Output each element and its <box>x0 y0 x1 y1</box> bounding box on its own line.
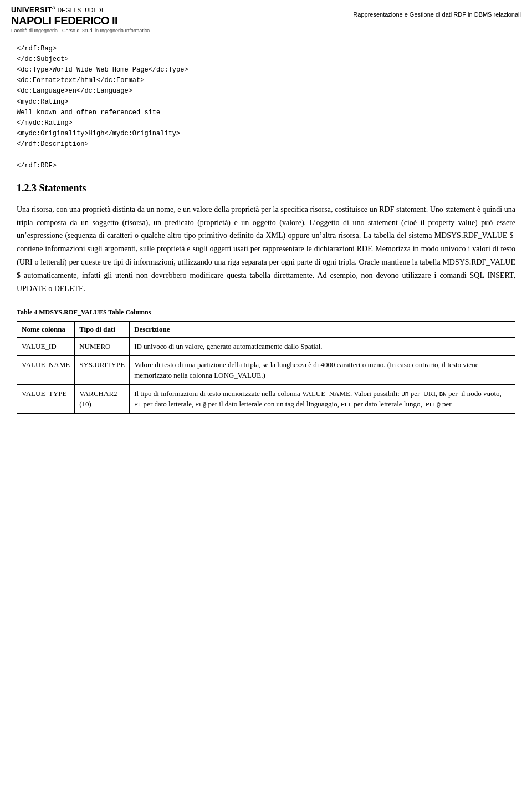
code-line: Well known and often referenced site <box>17 108 515 118</box>
code-line: </rdf:Bag> <box>17 44 515 54</box>
section-number: 1.2.3 <box>17 182 37 194</box>
cell-value-id-type: NUMERO <box>75 338 130 356</box>
table-caption: Table 4 MDSYS.RDF_VALUE$ Table Columns <box>17 308 515 317</box>
cell-value-id-name: VALUE_ID <box>17 338 75 356</box>
code-block: </rdf:Bag> </dc:Subject> <dc:Type>World … <box>17 44 515 171</box>
body-paragraph: Una risorsa, con una proprietà distinta … <box>17 203 515 296</box>
faculty-name: Facoltà di Ingegneria - Corso di Studi i… <box>11 28 150 33</box>
cell-value-id-desc: ID univoco di un valore, generato automa… <box>130 338 515 356</box>
cell-value-type-type: VARCHAR2(10) <box>75 384 130 413</box>
section-title: Statements <box>39 182 86 194</box>
code-line: <dc:Language>en</dc:Language> <box>17 86 515 96</box>
code-line: <dc:Format>text/html</dc:Format> <box>17 75 515 86</box>
code-line: <dc:Type>World Wide Web Home Page</dc:Ty… <box>17 65 515 75</box>
code-line <box>17 150 515 161</box>
cell-value-name-desc: Valore di testo di una partizione della … <box>130 355 515 384</box>
cell-value-type-name: VALUE_TYPE <box>17 384 75 413</box>
code-line: </rdf:Description> <box>17 139 515 150</box>
cell-value-name-name: VALUE_NAME <box>17 355 75 384</box>
code-line: <mydc:Originality>High</mydc:Originality… <box>17 129 515 139</box>
table-row: VALUE_ID NUMERO ID univoco di un valore,… <box>17 338 515 356</box>
page-header: UNIVERSITA DEGLI STUDI DI NAPOLI FEDERIC… <box>0 0 532 38</box>
col-header-type: Tipo di dati <box>75 322 130 338</box>
cell-value-name-type: SYS.URITYPE <box>75 355 130 384</box>
code-line: <mydc:Rating> <box>17 97 515 108</box>
document-title: Rappresentazione e Gestione di dati RDF … <box>353 6 521 18</box>
page-content: </rdf:Bag> </dc:Subject> <dc:Type>World … <box>0 44 532 425</box>
code-line: </mydc:Rating> <box>17 118 515 129</box>
code-line: </dc:Subject> <box>17 54 515 65</box>
cell-value-type-desc: Il tipo di informazioni di testo memoriz… <box>130 384 515 413</box>
mdsys-table: Nome colonna Tipo di dati Descrizione VA… <box>17 321 515 414</box>
code-line: </rdf:RDF> <box>17 161 515 171</box>
university-branding: UNIVERSITA DEGLI STUDI DI NAPOLI FEDERIC… <box>11 6 150 33</box>
col-header-name: Nome colonna <box>17 322 75 338</box>
table-row: VALUE_NAME SYS.URITYPE Valore di testo d… <box>17 355 515 384</box>
university-name: UNIVERSITA DEGLI STUDI DI NAPOLI FEDERIC… <box>11 6 150 27</box>
table-row: VALUE_TYPE VARCHAR2(10) Il tipo di infor… <box>17 384 515 413</box>
section-heading: 1.2.3 Statements <box>17 182 515 194</box>
col-header-desc: Descrizione <box>130 322 515 338</box>
